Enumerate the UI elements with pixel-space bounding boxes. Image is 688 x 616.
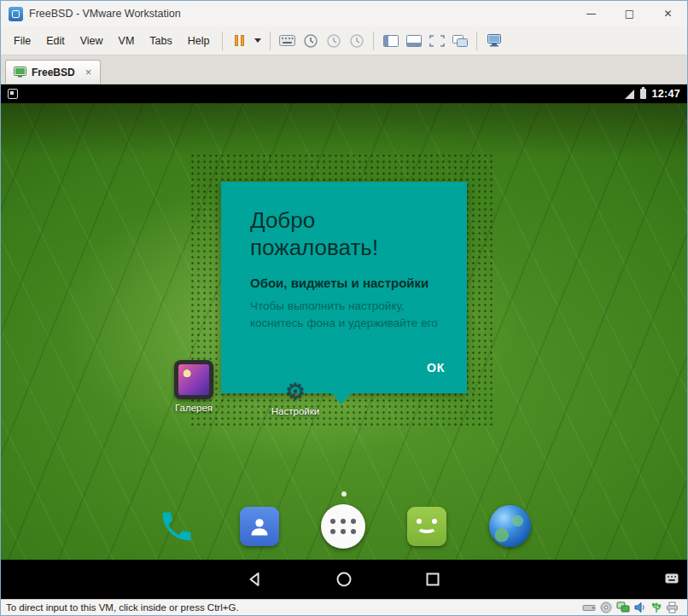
send-ctrl-alt-del-button[interactable] — [276, 30, 299, 51]
manage-snapshots-button[interactable] — [345, 30, 368, 51]
settings-gear-icon: ⚙ — [265, 380, 325, 403]
usb-icon[interactable] — [651, 601, 662, 613]
fullscreen-corners-icon — [429, 35, 445, 47]
snapshot-clock-icon — [326, 33, 341, 49]
back-button[interactable] — [247, 571, 264, 588]
app-settings[interactable]: ⚙ Настройки — [265, 380, 325, 416]
window-controls: — □ ✕ — [572, 1, 687, 26]
snapshot-clock-icon — [303, 33, 318, 49]
keyboard-icon — [279, 35, 295, 46]
monitor-icon — [487, 34, 502, 47]
gallery-icon — [174, 360, 213, 399]
welcome-dialog: Добро пожаловать! Обои, виджеты и настро… — [221, 182, 467, 393]
messaging-app-icon[interactable] — [407, 507, 446, 546]
fullscreen-button[interactable] — [425, 30, 448, 51]
android-status-bar: 12:47 — [1, 84, 687, 103]
status-message: To direct input to this VM, click inside… — [6, 602, 239, 613]
signal-icon — [625, 90, 634, 99]
app-drawer-dots-icon — [330, 519, 356, 534]
recents-button[interactable] — [424, 571, 441, 588]
dialog-body: Чтобы выполнить настройку, коснитесь фон… — [250, 298, 446, 331]
close-button[interactable]: ✕ — [649, 1, 687, 26]
unity-windows-icon — [452, 35, 468, 47]
titlebar[interactable]: FreeBSD - VMware Workstation — □ ✕ — [1, 1, 687, 26]
app-gallery[interactable]: Галерея — [168, 360, 219, 413]
notification-icon — [8, 89, 18, 99]
take-snapshot-button[interactable] — [299, 30, 322, 51]
maximize-button[interactable]: □ — [610, 1, 649, 26]
pause-icon — [235, 35, 244, 46]
vmware-logo-icon — [9, 7, 23, 21]
menu-file[interactable]: File — [6, 30, 38, 52]
menu-help[interactable]: Help — [180, 30, 218, 52]
vm-screen-icon — [14, 67, 26, 78]
vmware-window: FreeBSD - VMware Workstation — □ ✕ File … — [0, 0, 688, 616]
tab-freebsd[interactable]: FreeBSD × — [5, 60, 101, 84]
ok-button[interactable]: ОК — [427, 361, 445, 375]
dialog-subtitle: Обои, виджеты и настройки — [250, 276, 446, 290]
chevron-down-icon — [254, 38, 261, 43]
bottom-panel-icon — [406, 35, 422, 47]
sidebar-panel-icon — [383, 35, 399, 47]
network-adapter-icon[interactable] — [616, 601, 630, 613]
android-nav-bar — [1, 560, 687, 599]
window-title: FreeBSD - VMware Workstation — [29, 8, 181, 20]
tab-label: FreeBSD — [32, 67, 75, 78]
dialog-title: Добро пожаловать! — [250, 207, 446, 261]
app-drawer-button[interactable] — [321, 504, 365, 549]
suspend-button[interactable] — [228, 30, 251, 51]
toolbar-separator — [476, 32, 477, 50]
browser-app-icon[interactable] — [489, 505, 531, 547]
dock — [1, 505, 687, 556]
menu-edit[interactable]: Edit — [38, 30, 73, 52]
toolbar-separator — [222, 32, 223, 50]
menu-tabs[interactable]: Tabs — [142, 30, 179, 52]
home-button[interactable] — [335, 571, 353, 588]
console-view-button[interactable] — [482, 30, 505, 51]
tab-close-icon[interactable]: × — [85, 67, 92, 78]
toolbar-separator — [270, 32, 271, 50]
person-icon — [248, 514, 271, 538]
menu-vm[interactable]: VM — [111, 30, 143, 52]
revert-snapshot-button[interactable] — [322, 30, 345, 51]
menu-toolbar: File Edit View VM Tabs Help — [1, 26, 687, 55]
hard-disk-icon[interactable] — [582, 601, 596, 613]
printer-icon[interactable] — [666, 601, 679, 613]
page-indicator-dot — [341, 491, 347, 497]
cd-rom-icon[interactable] — [600, 601, 612, 613]
contacts-app-icon[interactable] — [240, 507, 279, 546]
tab-bar: FreeBSD × — [1, 55, 687, 84]
show-thumbnail-bar-button[interactable] — [402, 30, 425, 51]
minimize-button[interactable]: — — [572, 1, 610, 26]
battery-icon — [640, 89, 646, 99]
power-options-dropdown[interactable] — [251, 30, 265, 51]
phone-app-icon[interactable] — [158, 508, 195, 549]
app-label: Галерея — [168, 403, 219, 413]
keyboard-icon[interactable] — [665, 573, 679, 584]
toolbar-separator — [373, 32, 374, 50]
dialog-pointer — [332, 393, 351, 404]
unity-mode-button[interactable] — [448, 30, 471, 51]
device-status-icons — [582, 601, 682, 613]
show-library-button[interactable] — [379, 30, 402, 51]
vm-console[interactable]: 12:47 Добро пожаловать! Обои, виджеты и … — [1, 84, 687, 599]
menu-view[interactable]: View — [73, 30, 111, 52]
clock-text: 12:47 — [652, 88, 680, 100]
app-label: Настройки — [265, 406, 325, 416]
vmware-status-bar: To direct input to this VM, click inside… — [1, 599, 687, 615]
sound-icon[interactable] — [634, 601, 647, 613]
snapshot-clock-icon — [349, 33, 364, 49]
